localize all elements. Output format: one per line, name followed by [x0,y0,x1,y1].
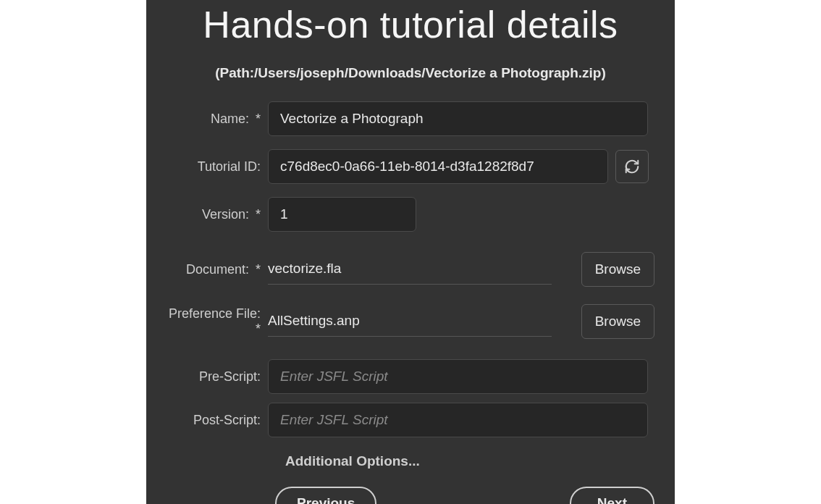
row-name: Name: * [167,101,654,136]
nav-row: Previous Next [146,487,675,504]
required-marker: * [256,207,261,222]
label-tutorial-id: Tutorial ID: [167,159,268,175]
label-document-text: Document: [186,262,249,277]
row-preference-file: Preference File: * AllSettings.anp Brows… [167,304,654,339]
post-script-input[interactable] [268,403,648,437]
row-tutorial-id: Tutorial ID: [167,149,654,184]
label-preference-file-text: Preference File: [169,306,261,321]
required-marker: * [256,322,261,336]
label-preference-file: Preference File: * [167,306,268,337]
label-pre-script: Pre-Script: [167,369,268,385]
additional-options-button[interactable]: Additional Options... [285,453,420,469]
pre-script-input[interactable] [268,359,648,394]
label-name: Name: * [167,112,268,127]
row-version: Version: * [167,197,654,232]
row-post-script: Post-Script: [167,403,654,437]
next-button[interactable]: Next [570,487,654,504]
tutorial-details-panel: Hands-on tutorial details (Path:/Users/j… [146,0,675,504]
tutorial-form: Name: * Tutorial ID: Version: [146,101,675,469]
tutorial-path: (Path:/Users/joseph/Downloads/Vectorize … [146,65,675,81]
preference-file-field[interactable]: AllSettings.anp [268,307,552,337]
name-input[interactable] [268,101,648,136]
label-post-script: Post-Script: [167,413,268,428]
previous-button[interactable]: Previous [275,487,376,504]
row-document: Document: * vectorize.fla Browse [167,252,654,287]
tutorial-id-input[interactable] [268,149,608,184]
label-document: Document: * [167,262,268,277]
browse-document-button[interactable]: Browse [581,252,654,287]
required-marker: * [256,112,261,126]
refresh-icon [624,159,640,175]
version-input[interactable] [268,197,416,232]
page-title: Hands-on tutorial details [146,3,675,46]
label-version: Version: * [167,207,268,222]
label-version-text: Version: [202,207,249,222]
browse-preference-button[interactable]: Browse [581,304,654,339]
label-name-text: Name: [211,112,249,126]
row-pre-script: Pre-Script: [167,359,654,394]
refresh-id-button[interactable] [615,150,649,183]
required-marker: * [256,262,261,277]
document-field[interactable]: vectorize.fla [268,255,552,285]
